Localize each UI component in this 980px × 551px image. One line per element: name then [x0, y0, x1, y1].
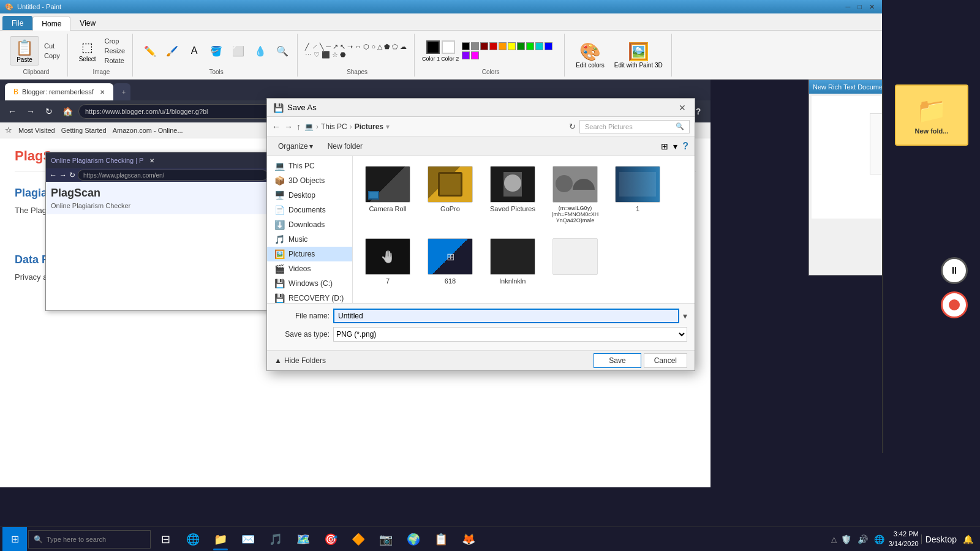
sidebar-videos[interactable]: 🎬 Videos — [267, 261, 352, 276]
network-icon[interactable]: 🌐 — [872, 534, 886, 544]
brush-button[interactable]: 🖌️ — [162, 42, 182, 59]
swatch-cyan[interactable] — [535, 42, 543, 50]
taskbar-search[interactable]: 🔍 Type here to search — [28, 530, 151, 549]
swatch-yellow[interactable] — [508, 42, 516, 50]
bookmark-getting-started[interactable]: Getting Started — [61, 127, 107, 134]
bookmark-most-visited[interactable]: Most Visited — [18, 127, 55, 134]
swatch-maroon[interactable] — [480, 42, 488, 50]
edit-colors-button[interactable]: 🎨 Edit colors — [572, 40, 608, 70]
taskbar-maps[interactable]: 🗺️ — [290, 527, 317, 552]
browser2-close-icon[interactable]: ✕ — [149, 157, 154, 164]
sidebar-windowsc[interactable]: 💾 Windows (C:) — [267, 276, 352, 291]
new-folder-panel[interactable]: 📁 New fold... — [895, 84, 968, 146]
taskbar-mail[interactable]: ✉️ — [235, 527, 262, 552]
swatch-black[interactable] — [462, 42, 470, 50]
file-camera-roll[interactable]: Camera Roll — [360, 163, 415, 226]
taskbar-explorer[interactable]: 📁 — [207, 527, 234, 552]
paste-button[interactable]: 📋 Paste — [10, 36, 39, 66]
minimize-button[interactable]: ─ — [843, 2, 853, 12]
start-button[interactable]: ⊞ — [2, 527, 27, 552]
clock[interactable]: 3:42 PM 3/14/2020 — [889, 530, 919, 549]
sidebar-pictures[interactable]: 🖼️ Pictures — [267, 247, 352, 261]
edit-with-paint3d-button[interactable]: 🖼️ Edit with Paint 3D — [611, 40, 666, 70]
stop-button[interactable] — [941, 291, 968, 318]
taskbar-firefox[interactable]: 🦊 — [455, 527, 482, 552]
browser2-reload[interactable]: ↻ — [69, 171, 75, 179]
breadcrumb-dropdown-icon[interactable]: ▾ — [386, 122, 390, 131]
taskbar-tripadvisor[interactable]: 🎯 — [317, 527, 344, 552]
notification-bell-icon[interactable]: 🔔 — [961, 534, 975, 544]
eraser-button[interactable]: ⬜ — [228, 42, 248, 59]
swatch-green[interactable] — [517, 42, 525, 50]
tab-view[interactable]: View — [70, 16, 105, 30]
sidebar-documents[interactable]: 📄 Documents — [267, 203, 352, 217]
browser2-url-bar[interactable]: https://www.plagscan.com/en/ — [78, 170, 268, 181]
sidebar-downloads[interactable]: ⬇️ Downloads — [267, 217, 352, 232]
sidebar-3dobjects[interactable]: 📦 3D Objects — [267, 173, 352, 188]
view-dropdown-button[interactable]: ▾ — [673, 141, 677, 151]
search-pictures-box[interactable]: Search Pictures 🔍 — [579, 120, 690, 133]
taskbar-bittorrent[interactable]: 🔶 — [345, 527, 372, 552]
taskbar-store[interactable]: 📋 — [428, 527, 454, 552]
volume-icon[interactable]: 🔊 — [856, 534, 870, 544]
color2-swatch[interactable] — [442, 40, 455, 54]
browser2-forward[interactable]: → — [59, 171, 67, 179]
dialog-up-button[interactable]: ↑ — [296, 122, 301, 132]
breadcrumb-pc[interactable]: 💻 — [304, 122, 314, 131]
reload-button[interactable]: ↻ — [42, 104, 56, 119]
dialog-refresh-button[interactable]: ↻ — [569, 122, 576, 131]
magnify-button[interactable]: 🔍 — [273, 42, 292, 59]
swatch-gray[interactable] — [471, 42, 479, 50]
desktop-button[interactable]: Desktop — [921, 534, 959, 544]
sidebar-music[interactable]: 🎵 Music — [267, 232, 352, 247]
home-button[interactable]: 🏠 — [60, 104, 75, 119]
hide-folders-bar[interactable]: ▲ Hide Folders Save Cancel — [267, 350, 695, 370]
tab-close-icon[interactable]: ✕ — [100, 89, 105, 96]
taskbar-taskview[interactable]: ⊟ — [152, 527, 179, 552]
swatch-orange[interactable] — [499, 42, 507, 50]
pause-button[interactable]: ⏸ — [941, 257, 968, 284]
breadcrumb-thispc[interactable]: This PC — [321, 122, 347, 131]
filename-dropdown-icon[interactable]: ▾ — [683, 311, 687, 321]
rotate-button[interactable]: Rotate — [102, 56, 127, 65]
swatch-blue[interactable] — [545, 42, 552, 50]
tab-home[interactable]: Home — [32, 17, 70, 31]
file-screenshot-1[interactable]: 1 — [610, 163, 665, 226]
breadcrumb-pictures[interactable]: Pictures — [355, 122, 383, 131]
file-win10[interactable]: ⊞ 618 — [423, 236, 478, 287]
close-button[interactable]: ✕ — [867, 2, 877, 12]
select-button[interactable]: ⬚ Select — [75, 39, 100, 64]
taskbar-edge[interactable]: 🌐 — [179, 527, 206, 552]
new-folder-button[interactable]: New folder — [323, 140, 368, 152]
save-button[interactable]: Save — [594, 353, 641, 368]
swatch-lime[interactable] — [526, 42, 534, 50]
browser2-back[interactable]: ← — [50, 171, 57, 179]
bookmark-amazon[interactable]: Amazon.com - Online... — [113, 127, 183, 134]
eyedropper-button[interactable]: 💧 — [251, 42, 270, 59]
cut-button[interactable]: Cut — [42, 42, 62, 50]
back-button[interactable]: ← — [5, 104, 20, 119]
file-dark2[interactable]: lnknlnkln — [485, 236, 540, 287]
swatch-magenta[interactable] — [471, 51, 479, 59]
pencil-button[interactable]: ✏️ — [140, 42, 160, 59]
dialog-back-button[interactable]: ← — [272, 122, 281, 132]
maximize-button[interactable]: □ — [855, 2, 864, 12]
savetype-select[interactable]: PNG (*.png) — [333, 327, 687, 342]
color1-swatch[interactable] — [426, 40, 440, 54]
new-tab-button[interactable]: + — [113, 83, 130, 100]
file-gopro[interactable]: GoPro — [423, 163, 478, 226]
swatch-purple[interactable] — [462, 51, 470, 59]
tab-file[interactable]: File — [2, 16, 32, 30]
organize-button[interactable]: Organize ▾ — [273, 140, 318, 152]
file-saved-pictures[interactable]: Saved Pictures — [485, 163, 540, 226]
copy-button[interactable]: Copy — [42, 51, 62, 60]
resize-button[interactable]: Resize — [102, 47, 127, 55]
view-toggle-button[interactable]: ⊞ — [661, 141, 668, 151]
forward-button[interactable]: → — [23, 104, 38, 119]
browser-tab-blogger[interactable]: B Blogger: rememberlessf ✕ — [5, 83, 113, 100]
fill-button[interactable]: 🪣 — [206, 42, 226, 59]
taskbar-browser2[interactable]: 🌍 — [400, 527, 427, 552]
crop-button[interactable]: Crop — [102, 37, 127, 45]
filename-input[interactable] — [333, 309, 679, 323]
sidebar-recovery[interactable]: 💾 RECOVERY (D:) — [267, 291, 352, 303]
